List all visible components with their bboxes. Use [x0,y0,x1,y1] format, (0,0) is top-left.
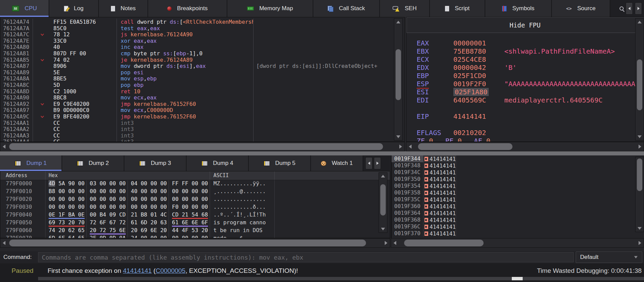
scroll-down-icon[interactable] [638,227,642,230]
disassembly-vertical-scrollbar[interactable] [394,18,403,140]
scroll-right-icon[interactable] [399,145,402,149]
disasm-row[interactable]: 76124AA3CCint3 [0,132,404,139]
stack-row[interactable]: 0019F36C41414141 [391,223,644,230]
scrollbar-thumb[interactable] [418,143,512,150]
scroll-left-icon[interactable] [3,145,5,149]
flags-row[interactable]: ZF 0 PF 0 AF 0 [417,137,644,142]
disasm-row[interactable]: 76124AA2CCint3 [0,126,404,132]
tab-dump-4[interactable]: Dump 4 [187,155,249,171]
disasm-row[interactable]: 76124A81807D FF 00cmp byte ptr ss:[ebp-1… [0,50,404,57]
hex-dump-view[interactable]: Address Hex ASCII 779F00004D 5A 90 0003 … [0,171,390,238]
stack-horizontal-scrollbar[interactable] [391,238,644,248]
tab-seh[interactable]: SEH [380,0,430,17]
register-row-eax[interactable]: EAX00000001 [417,39,644,47]
scroll-down-icon[interactable] [396,135,400,138]
tab-breakpoints[interactable]: Breakpoints [148,0,227,17]
status-message-part[interactable]: C0000005 [156,267,186,274]
disasm-row[interactable]: 76124A895Epop esi [0,69,404,76]
scroll-left-icon[interactable] [409,145,412,149]
register-row-edx[interactable]: EDX00000042'B' [417,63,644,72]
status-message-part[interactable]: 41414141 [123,267,152,274]
scroll-right-icon[interactable] [639,241,641,245]
stack-row[interactable]: 0019F36441414141 [391,210,644,217]
hide-fpu-button[interactable]: Hide FPU [406,17,644,33]
disasm-row[interactable]: 76124A878906mov dword ptr ds:[esi],eax[d… [0,63,404,69]
disasm-row[interactable]: 76124A7A85C0test eax,eax [0,25,404,32]
disasm-row[interactable]: 76124AA1CCint3 [0,120,404,126]
disassembly-horizontal-scrollbar[interactable] [0,142,405,151]
stack-row[interactable]: 0019F37041414141 [391,230,644,237]
scrollbar-thumb[interactable] [637,59,642,110]
tab-memory-map[interactable]: Memory Map [227,0,313,17]
panel-splitter[interactable] [0,151,644,155]
dump-row[interactable]: 779F006074 20 62 6520 72 75 6E20 69 6E 2… [0,227,390,235]
scroll-up-icon[interactable] [381,175,385,177]
dump-row[interactable]: 779F00400E 1F BA 0E00 B4 09 CD21 B8 01 4… [0,211,390,219]
stack-row[interactable]: 0019F34C41414141 [391,169,644,176]
stack-row[interactable]: 0019F35841414141 [391,189,644,196]
register-row-ebp[interactable]: EBP025F1CD0 [417,72,644,80]
scroll-right-icon[interactable] [385,241,387,245]
stack-row[interactable]: 0019F35C41414141 [391,196,644,203]
dump-row[interactable]: 779F002000 00 00 0000 00 00 0000 00 00 0… [0,196,390,204]
stack-row[interactable]: 0019F36841414141 [391,217,644,223]
scroll-left-icon[interactable] [3,241,5,245]
disasm-row[interactable]: 76124AA4CCint3 [0,138,404,142]
stack-row[interactable]: 0019F34441414141 [391,155,644,162]
stack-row[interactable]: 0019F36041414141 [391,203,644,210]
dump-vertical-scrollbar[interactable] [379,172,387,233]
stack-vertical-scrollbar[interactable] [635,157,644,232]
tab-dump-3[interactable]: Dump 3 [124,155,187,171]
disasm-row[interactable]: 76124A8040inc eax [0,44,404,50]
dump-scroll-right-button[interactable] [374,157,381,169]
tab-source[interactable]: <>Source [552,0,610,17]
disasm-row[interactable]: 76124A7E33C0xor eax,eax [0,38,404,44]
dump-row[interactable]: 779F005069 73 20 7072 6F 67 7261 6D 20 6… [0,219,390,227]
dump-row[interactable]: 779F0010B8 00 00 0000 00 00 0040 00 00 0… [0,188,390,196]
tab-dump-5[interactable]: Dump 5 [249,155,311,171]
stack-row[interactable]: 0019F34841414141 [391,162,644,169]
tab-scroll-right-button[interactable] [635,2,642,15]
disasm-row[interactable]: 76124A908BC8mov ecx,eax [0,94,404,101]
profile-dropdown[interactable]: Default [576,251,642,263]
disasm-row[interactable]: 76124A8574 02je kernelbase.76124A89 [0,57,404,63]
dump-horizontal-scrollbar[interactable] [0,238,390,248]
tab-cpu[interactable]: 32CPU [0,0,49,17]
scroll-up-icon[interactable] [638,21,642,23]
search-icon[interactable] [620,6,624,11]
scroll-right-icon[interactable] [639,145,641,149]
disasm-row[interactable]: 76124A9CE9 BFE40200jmp kernelbase.76152F… [0,113,404,120]
register-row-esi[interactable]: ESI025F1A80 [417,88,644,96]
scrollbar-thumb[interactable] [396,49,401,100]
scrollbar-thumb[interactable] [380,184,386,215]
tab-dump-1[interactable]: Dump 1 [0,155,62,171]
disasm-row[interactable]: 76124A8C5Dpop ebp [0,82,404,88]
disasm-row[interactable]: 76124A8DC2 1000ret 10 [0,88,404,95]
stack-row[interactable]: 0019F35441414141 [391,183,644,189]
scrollbar-thumb[interactable] [404,240,484,246]
scroll-down-icon[interactable] [638,135,642,138]
register-row-edi[interactable]: EDI6405569Cmediaplayerctrl.6405569C [417,96,644,104]
stack-view[interactable]: 0019F344414141410019F348414141410019F34C… [391,155,644,238]
dump-row[interactable]: 779F00004D 5A 90 0003 00 00 0004 00 00 0… [0,180,390,188]
tab-log[interactable]: Log [49,0,99,17]
registers-horizontal-scrollbar[interactable] [406,142,644,151]
disasm-row[interactable]: 76124A74FF15 E0A51B76call dword ptr ds:[… [0,19,404,25]
register-row-eip[interactable]: EIP41414141 [417,112,644,120]
scroll-up-icon[interactable] [396,21,400,23]
register-row-ebx[interactable]: EBX75EB8780<shlwapi.PathFindFileNameA> [417,47,644,55]
stack-row[interactable]: 0019F35041414141 [391,176,644,183]
disasm-row[interactable]: 76124A97B9 0D0000C0mov ecx,C000000D [0,107,404,113]
command-input[interactable] [38,252,574,262]
scroll-down-icon[interactable] [381,228,385,230]
registers-vertical-scrollbar[interactable] [635,18,644,140]
disasm-row[interactable]: 76124A8A8BE5mov esp,ebp [0,75,404,82]
register-row-esp[interactable]: ESP0019F2F0"AAAAAAAAAAAAAAAAAAAAAAAAAAAA… [417,80,644,88]
tab-script[interactable]: Script [430,0,485,17]
dump-row[interactable]: 779F00706D 6F 64 652E 0D 0D 0A24 00 00 0… [0,235,390,238]
disassembly-view[interactable]: 76124A74FF15 E0A51B76call dword ptr ds:[… [0,17,405,142]
scrollbar-thumb[interactable] [9,240,366,246]
dump-scroll-left-button[interactable] [365,157,372,169]
dump-row[interactable]: 779F003000 00 00 0000 00 00 0000 00 00 0… [0,204,390,211]
disasm-row[interactable]: 76124A92E9 C9E40200jmp kernelbase.76152F… [0,101,404,107]
